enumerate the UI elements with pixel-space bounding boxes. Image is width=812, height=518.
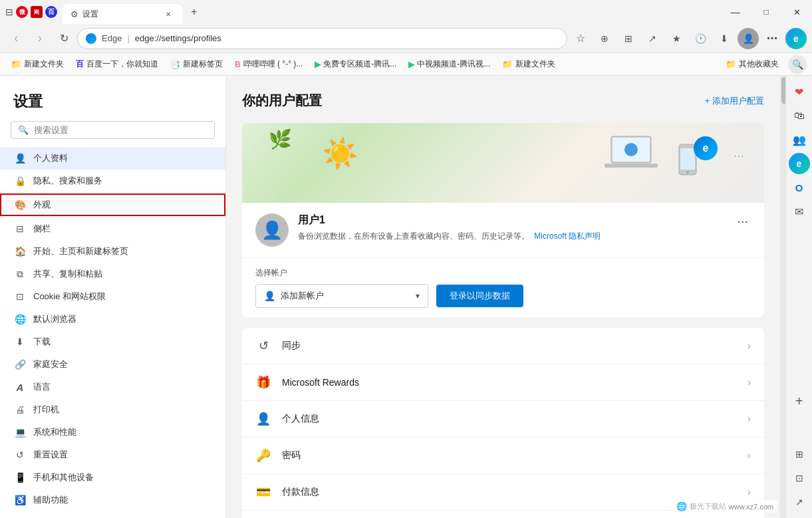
payment-icon: 💳 (255, 485, 271, 499)
bookmark-new-folder-1[interactable]: 📁 新建文件夹 (5, 57, 69, 72)
forward-btn[interactable]: › (29, 28, 51, 49)
nav-item-cookies[interactable]: ⊡ Cookie 和网站权限 (0, 285, 225, 308)
profile-more-btn[interactable]: ··· (734, 213, 751, 229)
nav-item-reset[interactable]: ↺ 重置设置 (0, 444, 225, 466)
bookmark-zhongshi[interactable]: ▶ 中视频频道-腾讯视... (403, 57, 495, 72)
sync-btn[interactable]: 登录以同步数据 (436, 285, 523, 307)
address-bar[interactable]: Edge | edge://settings/profiles (77, 28, 567, 49)
nav-item-downloads[interactable]: ⬇ 下载 (0, 330, 225, 353)
tab-close-btn[interactable]: ✕ (162, 8, 174, 20)
right-sidebar-msg[interactable]: ✉ (789, 201, 810, 222)
rewards-label: Microsoft Rewards (282, 377, 737, 388)
search-bar-icon[interactable]: 🔍 (788, 55, 807, 74)
bookmark-tencent-video[interactable]: ▶ 免费专区频道-腾讯... (309, 57, 402, 72)
right-sidebar-external[interactable]: ↗ (789, 491, 810, 513)
collections-icon[interactable]: ⊕ (594, 28, 615, 49)
appearance-nav-icon: 🎨 (13, 199, 27, 210)
right-sidebar-capture[interactable]: ⊞ (789, 444, 810, 465)
right-sidebar-favorites[interactable]: ❤ (789, 81, 810, 102)
right-sidebar-edge-logo[interactable]: e (789, 153, 810, 174)
share-icon[interactable]: ↗ (642, 28, 663, 49)
nav-item-share[interactable]: ⧉ 共享、复制和粘贴 (0, 263, 225, 285)
search-settings-input[interactable] (34, 125, 207, 135)
bookmark-other[interactable]: 📁 其他收藏夹 (720, 57, 784, 72)
url-divider: | (127, 33, 129, 43)
add-account-dropdown[interactable]: 👤 添加新帐户 ▾ (255, 284, 428, 308)
bookmark-new-folder-2[interactable]: 📁 新建文件夹 (497, 57, 561, 72)
nav-item-phone[interactable]: 📱 手机和其他设备 (0, 466, 225, 489)
weibo-icon[interactable]: 微 (16, 6, 28, 18)
banner-decoration: 🌿 (269, 128, 292, 150)
more-options-btn[interactable]: ··· (761, 28, 783, 49)
nav-item-language[interactable]: A 语言 (0, 376, 225, 398)
settings-item-rewards[interactable]: 🎁 Microsoft Rewards › (242, 364, 764, 401)
profile-icon[interactable]: 👤 (738, 28, 759, 49)
add-profile-btn[interactable]: + 添加用户配置 (705, 95, 764, 107)
folder-icon-1: 📁 (11, 59, 21, 69)
sidebar-nav-icon: ⊟ (13, 223, 27, 234)
favorites-icon[interactable]: ★ (666, 28, 687, 49)
sync-arrow-icon: › (747, 340, 751, 352)
baidu-icon[interactable]: 百 (45, 6, 57, 18)
bookmark-bilibili[interactable]: B 哔哩哔哩 ( °-° )... (229, 57, 308, 72)
history-icon[interactable]: 🕐 (690, 28, 711, 49)
right-sidebar-shopping[interactable]: 🛍 (789, 105, 810, 126)
banner-edge-badge: e (694, 136, 718, 160)
family-nav-icon: 🔗 (13, 359, 27, 370)
maximize-btn[interactable]: □ (751, 0, 781, 24)
sync-label: 同步 (282, 340, 737, 352)
profile-details: 用户1 备份浏览数据，在所有设备上查看收藏内容、密码、历史记录等。 Micros… (298, 213, 725, 242)
star-icon[interactable]: ☆ (570, 28, 591, 49)
user-name: 用户1 (298, 213, 725, 227)
start-nav-icon: 🏠 (13, 246, 27, 257)
tab-title: 设置 (82, 9, 98, 20)
settings-content-area: 你的用户配置 + 添加用户配置 🌿 ☀️ (226, 76, 780, 518)
163-icon[interactable]: 网 (31, 6, 43, 18)
system-nav-icon: 💻 (13, 427, 27, 438)
nav-item-appearance[interactable]: 🎨 外观 (0, 194, 225, 216)
right-sidebar-split[interactable]: ⊡ (789, 467, 810, 489)
right-sidebar-outlook[interactable]: O (789, 177, 810, 198)
split-view-icon[interactable]: ⊞ (618, 28, 639, 49)
minimize-btn[interactable]: — (720, 0, 751, 24)
settings-items-list: ↺ 同步 › 🎁 Microsoft Rewards › 👤 个人信息 › 🔑 … (242, 328, 764, 518)
nav-item-about[interactable]: ↻ 关于 Microsoft Edge (0, 511, 225, 518)
search-settings-icon: 🔍 (18, 125, 29, 135)
back-btn[interactable]: ‹ (5, 28, 27, 49)
nav-item-profile[interactable]: 👤 个人资料 (0, 147, 225, 170)
settings-item-password[interactable]: 🔑 密码 › (242, 438, 764, 474)
nav-item-start[interactable]: 🏠 开始、主页和新建标签页 (0, 240, 225, 263)
nav-item-sidebar[interactable]: ⊟ 侧栏 (0, 217, 225, 240)
password-arrow-icon: › (747, 450, 751, 461)
active-tab[interactable]: ⚙ 设置 ✕ (63, 4, 182, 24)
settings-item-sync[interactable]: ↺ 同步 › (242, 328, 764, 364)
nav-item-privacy[interactable]: 🔒 隐私、搜索和服务 (0, 170, 225, 192)
privacy-link[interactable]: Microsoft 隐私声明 (534, 231, 601, 241)
refresh-btn[interactable]: ↻ (53, 28, 74, 49)
settings-gear-icon: ⚙ (70, 9, 78, 19)
sidebar-toggle-icon[interactable]: ⊟ (5, 7, 13, 17)
content-page-title: 你的用户配置 (242, 92, 322, 110)
personal-arrow-icon: › (747, 413, 751, 425)
cookies-nav-icon: ⊡ (13, 291, 27, 302)
nav-item-accessibility[interactable]: ♿ 辅助功能 (0, 489, 225, 511)
printer-nav-icon: 🖨 (13, 404, 27, 415)
page-scrollbar[interactable] (780, 76, 785, 518)
right-sidebar-add[interactable]: + (789, 390, 810, 412)
nav-item-system[interactable]: 💻 系统和性能 (0, 421, 225, 444)
nav-item-printer[interactable]: 🖨 打印机 (0, 398, 225, 421)
payment-label: 付款信息 (282, 486, 737, 498)
close-btn[interactable]: ✕ (781, 0, 812, 24)
nav-item-family[interactable]: 🔗 家庭安全 (0, 353, 225, 376)
banner-dots: ⋯ (734, 150, 744, 162)
profile-banner: 🌿 ☀️ (242, 123, 764, 203)
new-tab-btn[interactable]: + (185, 3, 203, 21)
right-sidebar-people[interactable]: 👥 (789, 129, 810, 150)
bookmark-new-tab[interactable]: 📑 新建标签页 (165, 57, 228, 72)
edge-copilot-icon[interactable]: e (785, 28, 807, 49)
downloads-nav-icon[interactable]: ⬇ (714, 28, 735, 49)
settings-item-personal[interactable]: 👤 个人信息 › (242, 401, 764, 438)
nav-item-default-browser[interactable]: 🌐 默认浏览器 (0, 308, 225, 330)
bookmark-baidu[interactable]: 百 百度一下，你就知道 (70, 57, 164, 72)
add-account-label: 添加新帐户 (281, 290, 324, 302)
